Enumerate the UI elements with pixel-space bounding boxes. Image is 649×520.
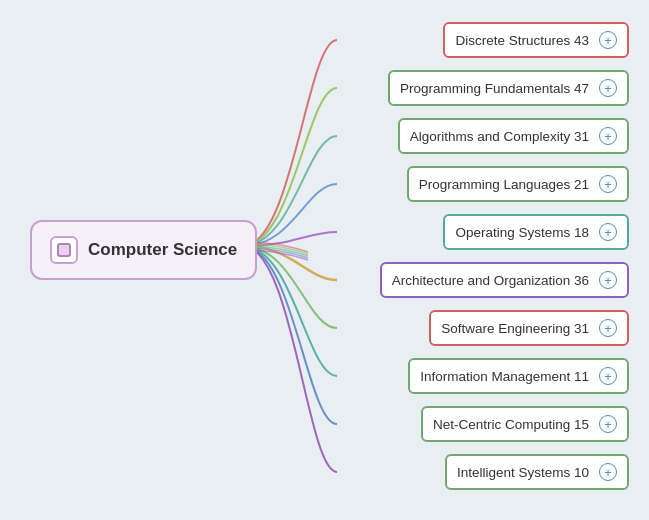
expand-button-10[interactable]: + <box>599 463 617 481</box>
expand-button-1[interactable]: + <box>599 31 617 49</box>
branch-node-2: Programming Fundamentals 47+ <box>388 70 629 106</box>
branch-node-1: Discrete Structures 43+ <box>443 22 629 58</box>
branch-node-5: Operating Systems 18+ <box>443 214 629 250</box>
branch-label-1: Discrete Structures 43 <box>455 33 589 48</box>
branch-label-8: Information Management 11 <box>420 369 589 384</box>
branch-node-7: Software Engineering 31+ <box>429 310 629 346</box>
branch-node-8: Information Management 11+ <box>408 358 629 394</box>
branch-label-5: Operating Systems 18 <box>455 225 589 240</box>
branch-label-9: Net-Centric Computing 15 <box>433 417 589 432</box>
central-node-icon <box>50 236 78 264</box>
branch-node-3: Algorithms and Complexity 31+ <box>398 118 629 154</box>
central-node-label: Computer Science <box>88 240 237 260</box>
branch-node-10: Intelligent Systems 10+ <box>445 454 629 490</box>
branch-node-4: Programming Languages 21+ <box>407 166 629 202</box>
branch-label-2: Programming Fundamentals 47 <box>400 81 589 96</box>
branch-label-7: Software Engineering 31 <box>441 321 589 336</box>
branch-node-9: Net-Centric Computing 15+ <box>421 406 629 442</box>
central-node: Computer Science <box>30 220 257 280</box>
expand-button-7[interactable]: + <box>599 319 617 337</box>
expand-button-5[interactable]: + <box>599 223 617 241</box>
expand-button-6[interactable]: + <box>599 271 617 289</box>
branch-node-6: Architecture and Organization 36+ <box>380 262 629 298</box>
expand-button-9[interactable]: + <box>599 415 617 433</box>
branch-label-3: Algorithms and Complexity 31 <box>410 129 589 144</box>
expand-button-3[interactable]: + <box>599 127 617 145</box>
expand-button-4[interactable]: + <box>599 175 617 193</box>
expand-button-8[interactable]: + <box>599 367 617 385</box>
branch-label-10: Intelligent Systems 10 <box>457 465 589 480</box>
mind-map-canvas: Computer Science Discrete Structures 43+… <box>0 0 649 520</box>
expand-button-2[interactable]: + <box>599 79 617 97</box>
branch-label-4: Programming Languages 21 <box>419 177 589 192</box>
branch-label-6: Architecture and Organization 36 <box>392 273 589 288</box>
